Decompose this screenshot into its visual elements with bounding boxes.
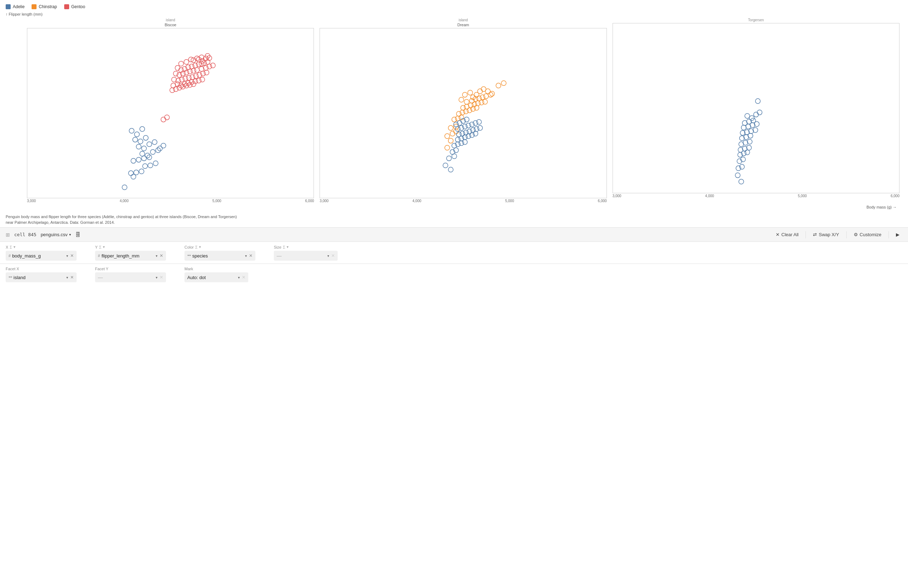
size-sort-icon: ▾ xyxy=(287,245,289,249)
size-label-text: Size xyxy=(274,245,281,249)
x-field-input[interactable]: # body_mass_g ▾ ✕ xyxy=(6,251,77,261)
legend-item-adelie: Adelie xyxy=(6,4,24,9)
svg-point-141 xyxy=(460,131,465,136)
svg-point-109 xyxy=(472,102,477,107)
gentoo-label: Gentoo xyxy=(71,4,85,9)
size-field-caret[interactable]: ▾ xyxy=(327,254,329,258)
svg-point-120 xyxy=(456,116,460,121)
facet-panel-dream: island Dream xyxy=(317,18,609,203)
svg-point-106 xyxy=(461,105,466,110)
swap-xy-icon: ⇄ xyxy=(813,232,817,237)
color-field-type-icon: ❝❝ xyxy=(187,254,191,258)
svg-point-110 xyxy=(476,101,481,106)
size-field-group: Size Σ ▾ — ▾ ✕ xyxy=(274,245,338,261)
mark-caret[interactable]: ▾ xyxy=(238,275,240,279)
svg-point-167 xyxy=(757,110,762,115)
chart-caption: Penguin body mass and flipper length for… xyxy=(0,212,248,227)
facet-y-input[interactable]: — ▾ ✕ xyxy=(95,272,166,282)
x-tick: 4,000 xyxy=(705,194,714,198)
x-tick: 6,000 xyxy=(890,194,900,198)
svg-point-119 xyxy=(452,117,457,122)
svg-point-98 xyxy=(459,97,464,102)
cell-icon: ⊞ xyxy=(6,232,10,238)
chinstrap-color-swatch xyxy=(32,4,37,9)
svg-point-146 xyxy=(478,126,483,130)
scatter-biscoe xyxy=(27,28,314,198)
datasource-selector[interactable]: penguins.csv ▾ xyxy=(41,232,71,237)
svg-point-162 xyxy=(448,168,453,172)
clear-all-button[interactable]: ✕ Clear All xyxy=(773,230,801,239)
svg-point-61 xyxy=(133,137,138,142)
svg-point-96 xyxy=(496,83,501,88)
facet-y-field-name: — xyxy=(98,274,154,280)
color-field-close[interactable]: ✕ xyxy=(249,253,253,258)
facet-label-top-dream: island xyxy=(317,18,609,23)
customize-button[interactable]: ⚙ Customize xyxy=(851,230,884,239)
svg-point-57 xyxy=(191,82,196,87)
svg-point-72 xyxy=(131,158,136,163)
x-field-caret[interactable]: ▾ xyxy=(66,254,68,258)
plot-container-torgersen: 3,000 4,000 5,000 6,000 xyxy=(613,23,900,198)
facet-x-caret[interactable]: ▾ xyxy=(66,275,68,279)
svg-point-63 xyxy=(143,135,148,140)
svg-point-59 xyxy=(134,132,139,137)
svg-point-58 xyxy=(129,128,134,133)
color-field-input[interactable]: ❝❝ species ▾ ✕ xyxy=(184,251,255,261)
gentoo-color-swatch xyxy=(64,4,69,9)
config-row-1: X Σ ▾ # body_mass_g ▾ ✕ Y Σ ▾ # flipper_… xyxy=(0,242,908,264)
mark-close[interactable]: ✕ xyxy=(242,275,245,280)
svg-point-76 xyxy=(143,164,148,169)
svg-point-77 xyxy=(148,163,153,168)
y-field-caret[interactable]: ▾ xyxy=(156,254,158,258)
svg-point-34 xyxy=(179,77,184,82)
color-field-label: Color Σ ▾ xyxy=(184,245,255,249)
mark-input[interactable]: Auto: dot ▾ ✕ xyxy=(184,272,248,282)
svg-point-150 xyxy=(466,134,471,139)
facet-y-label-text: Facet Y xyxy=(95,267,108,271)
run-button[interactable]: ▶ xyxy=(893,230,902,239)
mark-label-text: Mark xyxy=(184,267,193,271)
facet-panel-torgersen: Torgersen xyxy=(610,18,902,203)
svg-point-112 xyxy=(483,99,488,104)
y-label-text: Y xyxy=(95,245,98,249)
x-field-name: body_mass_g xyxy=(12,253,65,259)
plot-box-biscoe xyxy=(27,28,314,198)
cell-id: cell 845 xyxy=(14,232,37,237)
y-field-close[interactable]: ✕ xyxy=(159,253,163,258)
svg-point-97 xyxy=(502,81,507,86)
scatter-dream xyxy=(320,28,606,198)
facet-x-close[interactable]: ✕ xyxy=(70,275,74,280)
x-axis-biscoe: 3,000 4,000 5,000 6,000 xyxy=(27,198,314,203)
y-field-input[interactable]: # flipper_length_mm ▾ ✕ xyxy=(95,251,166,261)
size-field-close[interactable]: ✕ xyxy=(331,253,335,258)
x-field-close[interactable]: ✕ xyxy=(70,253,74,258)
svg-point-51 xyxy=(170,88,175,93)
svg-point-62 xyxy=(138,139,143,144)
svg-point-111 xyxy=(479,100,484,105)
svg-point-41 xyxy=(204,70,209,75)
facet-title-biscoe: island Biscoe xyxy=(24,18,317,27)
y-sort-icon: ▾ xyxy=(103,245,105,249)
facet-x-input[interactable]: ❝❝ island ▾ ✕ xyxy=(6,272,77,282)
facet-y-caret[interactable]: ▾ xyxy=(156,275,158,279)
x-tick: 3,000 xyxy=(613,194,621,198)
svg-point-84 xyxy=(161,143,166,148)
svg-point-171 xyxy=(741,125,746,130)
facet-y-close[interactable]: ✕ xyxy=(159,275,163,280)
facet-panel-biscoe: island Biscoe xyxy=(24,18,317,203)
svg-point-163 xyxy=(755,98,760,103)
scatter-torgersen xyxy=(613,23,899,193)
legend-item-chinstrap: Chinstrap xyxy=(32,4,57,9)
datasource-name: penguins.csv xyxy=(41,232,68,237)
svg-point-67 xyxy=(152,140,157,145)
swap-xy-button[interactable]: ⇄ Swap X/Y xyxy=(810,230,842,239)
size-sigma-icon: Σ xyxy=(283,245,285,249)
customize-icon: ⚙ xyxy=(854,232,858,237)
color-field-caret[interactable]: ▾ xyxy=(245,254,247,258)
facet-x-field-name: island xyxy=(13,275,65,280)
svg-point-65 xyxy=(142,146,147,151)
toolbar-divider-1 xyxy=(805,231,806,238)
color-sigma-icon: Σ xyxy=(195,245,198,249)
svg-point-27 xyxy=(194,68,199,73)
size-field-input[interactable]: — ▾ ✕ xyxy=(274,251,338,261)
